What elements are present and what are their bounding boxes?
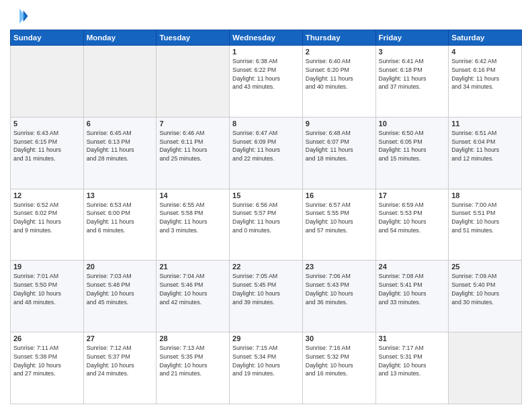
- day-number: 18: [451, 191, 519, 199]
- day-number: 25: [451, 263, 519, 271]
- day-number: 7: [159, 120, 226, 128]
- calendar-cell: 15Sunrise: 6:56 AM Sunset: 5:57 PM Dayli…: [230, 189, 303, 261]
- calendar-cell: 29Sunrise: 7:15 AM Sunset: 5:34 PM Dayli…: [230, 332, 303, 404]
- week-row-3: 12Sunrise: 6:52 AM Sunset: 6:02 PM Dayli…: [11, 189, 522, 261]
- day-number: 12: [13, 191, 81, 199]
- cell-content: Sunrise: 7:17 AM Sunset: 5:31 PM Dayligh…: [379, 344, 446, 378]
- day-number: 11: [451, 120, 519, 128]
- cell-content: Sunrise: 7:12 AM Sunset: 5:37 PM Dayligh…: [87, 344, 154, 378]
- calendar-cell: 30Sunrise: 7:16 AM Sunset: 5:32 PM Dayli…: [302, 332, 375, 404]
- cell-content: Sunrise: 7:06 AM Sunset: 5:43 PM Dayligh…: [306, 272, 373, 306]
- cell-content: Sunrise: 7:05 AM Sunset: 5:45 PM Dayligh…: [232, 272, 300, 306]
- page: SundayMondayTuesdayWednesdayThursdayFrid…: [0, 0, 532, 411]
- day-number: 14: [159, 191, 226, 199]
- day-number: 16: [306, 191, 373, 199]
- cell-content: Sunrise: 6:53 AM Sunset: 6:00 PM Dayligh…: [87, 201, 154, 235]
- day-number: 13: [87, 191, 154, 199]
- cell-content: Sunrise: 6:56 AM Sunset: 5:57 PM Dayligh…: [232, 201, 300, 235]
- day-number: 31: [379, 334, 446, 342]
- cell-content: Sunrise: 7:13 AM Sunset: 5:35 PM Dayligh…: [159, 344, 226, 378]
- week-row-1: 1Sunrise: 6:38 AM Sunset: 6:22 PM Daylig…: [11, 46, 522, 118]
- cell-content: Sunrise: 6:55 AM Sunset: 5:58 PM Dayligh…: [159, 201, 226, 235]
- cell-content: Sunrise: 6:38 AM Sunset: 6:22 PM Dayligh…: [232, 57, 300, 91]
- calendar-cell: [11, 46, 84, 118]
- cell-content: Sunrise: 6:57 AM Sunset: 5:55 PM Dayligh…: [306, 201, 373, 235]
- weekday-header-wednesday: Wednesday: [230, 30, 303, 46]
- weekday-header-tuesday: Tuesday: [157, 30, 230, 46]
- calendar-cell: 24Sunrise: 7:08 AM Sunset: 5:41 PM Dayli…: [375, 261, 449, 332]
- calendar-table: SundayMondayTuesdayWednesdayThursdayFrid…: [10, 30, 522, 404]
- day-number: 30: [306, 334, 373, 342]
- weekday-header-row: SundayMondayTuesdayWednesdayThursdayFrid…: [11, 30, 522, 46]
- calendar-cell: 4Sunrise: 6:42 AM Sunset: 6:16 PM Daylig…: [449, 46, 522, 118]
- weekday-header-sunday: Sunday: [11, 30, 84, 46]
- calendar-cell: 11Sunrise: 6:51 AM Sunset: 6:04 PM Dayli…: [449, 117, 522, 189]
- day-number: 26: [13, 334, 81, 342]
- cell-content: Sunrise: 7:00 AM Sunset: 5:51 PM Dayligh…: [451, 201, 519, 235]
- calendar-cell: 27Sunrise: 7:12 AM Sunset: 5:37 PM Dayli…: [83, 332, 157, 404]
- weekday-header-thursday: Thursday: [302, 30, 375, 46]
- calendar-cell: 26Sunrise: 7:11 AM Sunset: 5:38 PM Dayli…: [11, 332, 84, 404]
- calendar-cell: 18Sunrise: 7:00 AM Sunset: 5:51 PM Dayli…: [449, 189, 522, 261]
- cell-content: Sunrise: 7:11 AM Sunset: 5:38 PM Dayligh…: [13, 344, 81, 378]
- day-number: 20: [87, 263, 154, 271]
- calendar-cell: 14Sunrise: 6:55 AM Sunset: 5:58 PM Dayli…: [157, 189, 230, 261]
- day-number: 17: [379, 191, 446, 199]
- calendar-cell: 23Sunrise: 7:06 AM Sunset: 5:43 PM Dayli…: [302, 261, 375, 332]
- week-row-4: 19Sunrise: 7:01 AM Sunset: 5:50 PM Dayli…: [11, 261, 522, 332]
- day-number: 21: [159, 263, 226, 271]
- week-row-2: 5Sunrise: 6:43 AM Sunset: 6:15 PM Daylig…: [11, 117, 522, 189]
- cell-content: Sunrise: 6:45 AM Sunset: 6:13 PM Dayligh…: [87, 129, 154, 163]
- calendar-cell: 12Sunrise: 6:52 AM Sunset: 6:02 PM Dayli…: [11, 189, 84, 261]
- day-number: 19: [13, 263, 81, 271]
- calendar-cell: 20Sunrise: 7:03 AM Sunset: 5:48 PM Dayli…: [83, 261, 157, 332]
- header: [10, 7, 522, 26]
- day-number: 22: [232, 263, 300, 271]
- cell-content: Sunrise: 7:03 AM Sunset: 5:48 PM Dayligh…: [87, 272, 154, 306]
- cell-content: Sunrise: 6:48 AM Sunset: 6:07 PM Dayligh…: [306, 129, 373, 163]
- logo-icon: [10, 7, 29, 26]
- week-row-5: 26Sunrise: 7:11 AM Sunset: 5:38 PM Dayli…: [11, 332, 522, 404]
- day-number: 5: [13, 120, 81, 128]
- cell-content: Sunrise: 6:59 AM Sunset: 5:53 PM Dayligh…: [379, 201, 446, 235]
- cell-content: Sunrise: 6:47 AM Sunset: 6:09 PM Dayligh…: [232, 129, 300, 163]
- cell-content: Sunrise: 6:52 AM Sunset: 6:02 PM Dayligh…: [13, 201, 81, 235]
- day-number: 8: [232, 120, 300, 128]
- logo: [10, 7, 32, 26]
- day-number: 6: [87, 120, 154, 128]
- cell-content: Sunrise: 7:04 AM Sunset: 5:46 PM Dayligh…: [159, 272, 226, 306]
- svg-marker-1: [19, 9, 25, 24]
- calendar-cell: 28Sunrise: 7:13 AM Sunset: 5:35 PM Dayli…: [157, 332, 230, 404]
- calendar-cell: 31Sunrise: 7:17 AM Sunset: 5:31 PM Dayli…: [375, 332, 449, 404]
- calendar-cell: [449, 332, 522, 404]
- calendar-cell: 21Sunrise: 7:04 AM Sunset: 5:46 PM Dayli…: [157, 261, 230, 332]
- cell-content: Sunrise: 6:46 AM Sunset: 6:11 PM Dayligh…: [159, 129, 226, 163]
- calendar-cell: 16Sunrise: 6:57 AM Sunset: 5:55 PM Dayli…: [302, 189, 375, 261]
- calendar-cell: 13Sunrise: 6:53 AM Sunset: 6:00 PM Dayli…: [83, 189, 157, 261]
- calendar-cell: 1Sunrise: 6:38 AM Sunset: 6:22 PM Daylig…: [230, 46, 303, 118]
- calendar-cell: 25Sunrise: 7:09 AM Sunset: 5:40 PM Dayli…: [449, 261, 522, 332]
- calendar-cell: 10Sunrise: 6:50 AM Sunset: 6:05 PM Dayli…: [375, 117, 449, 189]
- calendar-cell: 5Sunrise: 6:43 AM Sunset: 6:15 PM Daylig…: [11, 117, 84, 189]
- calendar-cell: 19Sunrise: 7:01 AM Sunset: 5:50 PM Dayli…: [11, 261, 84, 332]
- day-number: 9: [306, 120, 373, 128]
- cell-content: Sunrise: 7:08 AM Sunset: 5:41 PM Dayligh…: [379, 272, 446, 306]
- day-number: 23: [306, 263, 373, 271]
- calendar-cell: [83, 46, 157, 118]
- weekday-header-friday: Friday: [375, 30, 449, 46]
- day-number: 15: [232, 191, 300, 199]
- cell-content: Sunrise: 6:41 AM Sunset: 6:18 PM Dayligh…: [379, 57, 446, 91]
- calendar-cell: 22Sunrise: 7:05 AM Sunset: 5:45 PM Dayli…: [230, 261, 303, 332]
- calendar-cell: [157, 46, 230, 118]
- calendar-cell: 9Sunrise: 6:48 AM Sunset: 6:07 PM Daylig…: [302, 117, 375, 189]
- cell-content: Sunrise: 7:15 AM Sunset: 5:34 PM Dayligh…: [232, 344, 300, 378]
- calendar-cell: 8Sunrise: 6:47 AM Sunset: 6:09 PM Daylig…: [230, 117, 303, 189]
- calendar-cell: 17Sunrise: 6:59 AM Sunset: 5:53 PM Dayli…: [375, 189, 449, 261]
- day-number: 28: [159, 334, 226, 342]
- weekday-header-monday: Monday: [83, 30, 157, 46]
- day-number: 2: [306, 48, 373, 56]
- calendar-cell: 6Sunrise: 6:45 AM Sunset: 6:13 PM Daylig…: [83, 117, 157, 189]
- cell-content: Sunrise: 6:51 AM Sunset: 6:04 PM Dayligh…: [451, 129, 519, 163]
- day-number: 1: [232, 48, 300, 56]
- cell-content: Sunrise: 7:09 AM Sunset: 5:40 PM Dayligh…: [451, 272, 519, 306]
